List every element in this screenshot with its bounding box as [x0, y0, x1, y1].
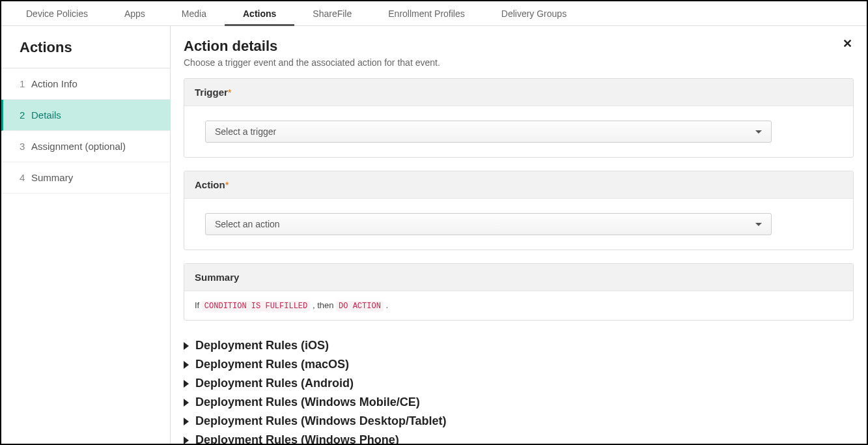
summary-end: . — [385, 300, 388, 310]
rule-label: Deployment Rules (Windows Phone) — [195, 433, 399, 444]
chevron-right-icon — [184, 418, 189, 425]
trigger-dropdown-value: Select a trigger — [215, 126, 276, 137]
deployment-rule-windows-phone[interactable]: Deployment Rules (Windows Phone) — [184, 433, 854, 444]
step-details[interactable]: 2 Details — [1, 100, 170, 131]
step-label: Details — [31, 109, 61, 121]
trigger-label: Trigger — [195, 87, 228, 98]
deployment-rule-windows-mobile-ce[interactable]: Deployment Rules (Windows Mobile/CE) — [184, 395, 854, 409]
tab-device-policies[interactable]: Device Policies — [8, 1, 106, 26]
main-content: ✕ Action details Choose a trigger event … — [171, 26, 867, 444]
chevron-right-icon — [184, 380, 189, 388]
summary-body: If CONDITION IS FULFILLED , then DO ACTI… — [184, 291, 853, 320]
chevron-right-icon — [184, 361, 189, 369]
step-number: 2 — [20, 109, 31, 121]
chevron-right-icon — [184, 342, 189, 350]
step-summary[interactable]: 4 Summary — [1, 162, 170, 194]
caret-down-icon — [755, 223, 762, 226]
step-action-info[interactable]: 1 Action Info — [1, 68, 170, 100]
required-marker: * — [228, 87, 232, 98]
step-assignment[interactable]: 3 Assignment (optional) — [1, 131, 170, 162]
step-label: Assignment (optional) — [31, 141, 126, 152]
sidebar-title: Actions — [1, 26, 170, 68]
chevron-right-icon — [184, 399, 189, 407]
trigger-panel: Trigger* Select a trigger — [184, 78, 854, 158]
deployment-rule-macos[interactable]: Deployment Rules (macOS) — [184, 358, 854, 371]
action-panel-header: Action* — [184, 171, 853, 199]
tab-delivery-groups[interactable]: Delivery Groups — [483, 1, 585, 26]
deployment-rule-windows-desktop-tablet[interactable]: Deployment Rules (Windows Desktop/Tablet… — [184, 414, 854, 428]
close-button[interactable]: ✕ — [843, 38, 852, 50]
page-title: Action details — [184, 38, 854, 55]
caret-down-icon — [755, 130, 762, 134]
tab-actions[interactable]: Actions — [225, 1, 294, 26]
tab-media[interactable]: Media — [163, 1, 225, 26]
rule-label: Deployment Rules (Windows Mobile/CE) — [195, 395, 420, 409]
deployment-rule-ios[interactable]: Deployment Rules (iOS) — [184, 339, 854, 352]
step-number: 3 — [20, 141, 31, 152]
tab-sharefile[interactable]: ShareFile — [294, 1, 370, 26]
rule-label: Deployment Rules (iOS) — [195, 339, 329, 352]
top-tab-bar: Device Policies Apps Media Actions Share… — [1, 1, 867, 26]
required-marker: * — [225, 179, 229, 190]
rule-label: Deployment Rules (Android) — [195, 377, 354, 390]
wizard-sidebar: Actions 1 Action Info 2 Details 3 Assign… — [1, 26, 171, 444]
rule-label: Deployment Rules (Windows Desktop/Tablet… — [195, 414, 447, 428]
summary-panel: Summary If CONDITION IS FULFILLED , then… — [184, 263, 854, 321]
rule-label: Deployment Rules (macOS) — [195, 358, 349, 371]
page-subtitle: Choose a trigger event and the associate… — [184, 57, 854, 68]
summary-if: If — [195, 300, 202, 310]
tab-apps[interactable]: Apps — [106, 1, 163, 26]
step-number: 4 — [20, 172, 31, 183]
summary-panel-header: Summary — [184, 264, 853, 291]
action-dropdown-value: Select an action — [215, 219, 280, 229]
summary-then: , then — [313, 300, 336, 310]
summary-condition-token: CONDITION IS FULFILLED — [202, 301, 310, 311]
summary-action-token: DO ACTION — [336, 301, 384, 311]
trigger-panel-header: Trigger* — [184, 79, 853, 106]
step-label: Action Info — [31, 78, 77, 89]
deployment-rules-list: Deployment Rules (iOS) Deployment Rules … — [184, 339, 854, 444]
action-panel: Action* Select an action — [184, 171, 854, 250]
action-dropdown[interactable]: Select an action — [205, 213, 772, 235]
action-label: Action — [195, 179, 225, 190]
deployment-rule-android[interactable]: Deployment Rules (Android) — [184, 377, 854, 390]
step-label: Summary — [31, 172, 73, 183]
chevron-right-icon — [184, 437, 189, 444]
step-number: 1 — [20, 78, 31, 89]
tab-enrollment-profiles[interactable]: Enrollment Profiles — [370, 1, 483, 26]
trigger-dropdown[interactable]: Select a trigger — [205, 121, 772, 143]
